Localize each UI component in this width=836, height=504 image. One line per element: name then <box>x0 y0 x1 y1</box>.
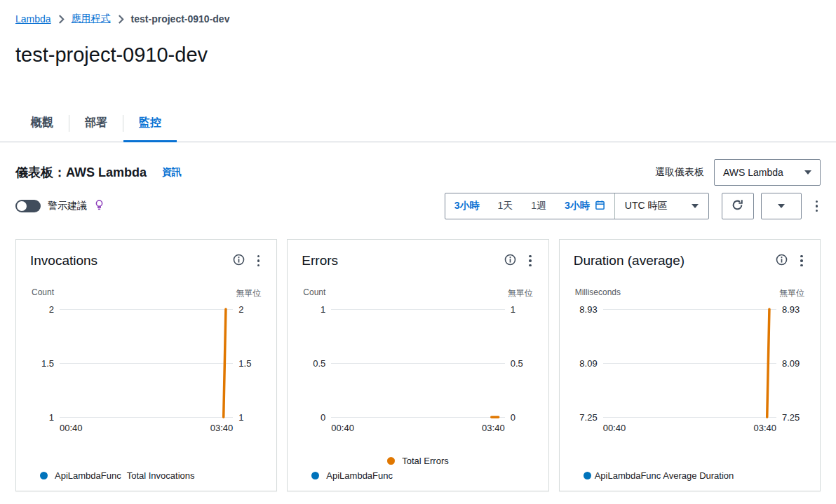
calendar-icon <box>595 200 605 212</box>
tab-deploy[interactable]: 部署 <box>69 104 123 142</box>
breadcrumb-lambda[interactable]: Lambda <box>15 13 51 25</box>
legend-label[interactable]: ApiLambdaFunc <box>595 470 661 481</box>
time-range-control: 3小時 1天 1週 3小時 UTC 時區 <box>445 193 709 219</box>
range-3h-button[interactable]: 3小時 <box>445 193 489 219</box>
timezone-value: UTC 時區 <box>625 200 668 212</box>
info-link[interactable]: 資訊 <box>162 166 182 179</box>
y-axis-unit-left: Count <box>303 287 325 299</box>
gridline <box>60 417 233 418</box>
overflow-menu-button[interactable] <box>813 196 821 216</box>
dashboard-select-value: AWS Lambda <box>723 167 783 178</box>
info-icon[interactable] <box>233 254 245 268</box>
chart-title: Invocations <box>30 253 97 268</box>
controls-row: 警示建議 3小時 1天 1週 3小時 <box>0 186 836 219</box>
plot-area <box>60 309 233 417</box>
breadcrumb-applications[interactable]: 應用程式 <box>72 13 111 25</box>
x-axis: 00:40 03:40 <box>331 423 504 433</box>
y-axis-unit-right: 無單位 <box>508 287 533 299</box>
y-axis-unit-right: 無單位 <box>779 287 804 299</box>
charts-grid: Invocations Count 無單位 <box>0 239 836 491</box>
gridline <box>603 417 776 418</box>
chart-legend: ApiLambdaFunc Average Duration <box>574 470 806 481</box>
chevron-down-icon <box>778 204 785 208</box>
chevron-down-icon <box>692 204 699 208</box>
dashboard-select[interactable]: AWS Lambda <box>714 159 821 186</box>
plot-area <box>331 309 504 417</box>
legend-swatch <box>584 472 591 479</box>
breadcrumb: Lambda 應用程式 test-project-0910-dev <box>0 0 836 25</box>
x-axis: 00:40 03:40 <box>60 423 233 433</box>
chevron-right-icon <box>58 15 65 24</box>
y-axis-left: 1 0.5 0 <box>302 309 331 417</box>
legend-label[interactable]: ApiLambdaFunc <box>326 470 393 481</box>
y-axis-right: 1 0.5 0 <box>505 309 534 417</box>
chart-card-errors: Errors Count 無單位 <box>287 239 548 491</box>
chart-card-duration: Duration (average) Milliseconds 無單位 <box>559 239 821 491</box>
lightbulb-icon <box>94 199 104 214</box>
y-axis-unit-left: Count <box>32 287 54 299</box>
legend-label[interactable]: Total Errors <box>402 456 448 466</box>
page-title: test-project-0910-dev <box>0 25 836 67</box>
alert-suggestions-label: 警示建議 <box>48 200 87 212</box>
series-line <box>603 309 776 417</box>
y-axis-left: 2 1.5 1 <box>30 309 60 417</box>
widget-menu-button[interactable] <box>526 251 534 271</box>
widget-menu-button[interactable] <box>255 251 263 271</box>
chevron-right-icon <box>118 15 124 24</box>
legend-label[interactable]: Average Duration <box>663 470 734 481</box>
chart-legend: Total Errors ApiLambdaFunc <box>302 456 534 481</box>
refresh-options-button[interactable] <box>761 193 802 219</box>
tab-bar: 概觀 部署 監控 <box>0 104 836 142</box>
toggle-knob <box>17 201 27 211</box>
legend-label[interactable]: Total Invocations <box>127 470 195 481</box>
info-icon[interactable] <box>776 254 788 268</box>
y-axis-right: 8.93 8.09 7.25 <box>776 309 806 417</box>
legend-swatch <box>40 472 48 479</box>
y-axis-unit-right: 無單位 <box>236 287 261 299</box>
y-axis-unit-left: Milliseconds <box>575 287 621 299</box>
aws-lambda-monitoring-page: Lambda 應用程式 test-project-0910-dev test-p… <box>0 0 836 491</box>
range-1d-button[interactable]: 1天 <box>488 193 522 219</box>
info-icon[interactable] <box>504 254 516 268</box>
chart-card-invocations: Invocations Count 無單位 <box>15 239 277 491</box>
refresh-button[interactable] <box>722 193 754 219</box>
series-line <box>331 309 504 417</box>
dashboard-selector-label: 選取儀表板 <box>655 166 704 179</box>
widget-menu-button[interactable] <box>797 251 806 271</box>
tab-overview[interactable]: 概觀 <box>15 104 69 142</box>
range-custom-label: 3小時 <box>565 200 590 212</box>
y-axis-left: 8.93 8.09 7.25 <box>574 309 603 417</box>
breadcrumb-current: test-project-0910-dev <box>131 13 230 25</box>
y-axis-right: 2 1.5 1 <box>233 309 262 417</box>
legend-swatch <box>311 472 319 479</box>
dashboard-title: 儀表板：AWS Lambda <box>15 164 147 181</box>
chevron-down-icon <box>804 170 811 175</box>
range-1w-button[interactable]: 1週 <box>522 193 555 219</box>
legend-label[interactable]: ApiLambdaFunc <box>55 470 121 481</box>
chart-legend: ApiLambdaFunc Total Invocations <box>30 470 262 481</box>
range-custom-button[interactable]: 3小時 <box>555 193 614 219</box>
timezone-select[interactable]: UTC 時區 <box>614 193 708 219</box>
tab-monitoring[interactable]: 監控 <box>123 104 177 142</box>
gridline <box>331 417 504 418</box>
dashboard-header-row: 儀表板：AWS Lambda 資訊 選取儀表板 AWS Lambda <box>0 142 836 186</box>
legend-swatch <box>387 457 395 465</box>
series-line <box>60 309 233 417</box>
plot-area <box>603 309 776 417</box>
chart-title: Errors <box>302 253 338 268</box>
x-axis: 00:40 03:40 <box>603 423 776 433</box>
refresh-icon <box>732 199 743 213</box>
alert-suggestions-toggle[interactable] <box>15 200 41 212</box>
chart-title: Duration (average) <box>574 253 685 268</box>
